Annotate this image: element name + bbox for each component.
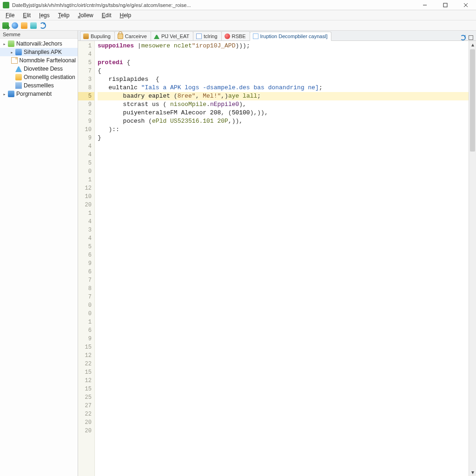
gutter-line: 8 [78, 284, 92, 293]
code-line[interactable] [98, 268, 469, 276]
tree-item-3[interactable]: Diovetitee Dess [0, 65, 78, 73]
code-line[interactable] [98, 50, 469, 59]
tree-item-2[interactable]: Nomndble Farfteloonal [0, 56, 78, 65]
code-editor[interactable]: 1457385929109445011210201434569678700169… [78, 41, 476, 476]
code-line[interactable] [98, 167, 469, 176]
code-line[interactable] [98, 385, 469, 393]
vertical-scrollbar[interactable]: ▴ ▾ [469, 41, 476, 476]
code-line[interactable] [98, 293, 469, 301]
menu-help[interactable]: Help [116, 11, 135, 20]
gutter-line: 4 [78, 151, 92, 159]
code-line[interactable] [98, 427, 469, 435]
code-line[interactable] [98, 234, 469, 243]
newdoc-button[interactable] [20, 22, 28, 29]
refresh-icon[interactable] [460, 35, 466, 40]
code-line[interactable]: risplapides { [98, 75, 469, 84]
scroll-down-icon[interactable]: ▾ [469, 469, 476, 476]
code-content[interactable]: suppoilnes |mesowere nclet"irop10J_APD))… [95, 41, 469, 476]
code-line[interactable]: ):: [98, 126, 469, 134]
code-line[interactable] [98, 259, 469, 268]
gutter-line: 20 [78, 201, 92, 209]
code-line[interactable] [98, 393, 469, 402]
menu-jollew[interactable]: Jollew [74, 11, 97, 20]
code-line[interactable] [98, 218, 469, 226]
code-line[interactable] [98, 151, 469, 159]
tree-item-0[interactable]: ▸Nattorvaili:Jechors [0, 40, 78, 48]
code-line[interactable]: protedi { [98, 59, 469, 67]
code-line[interactable] [98, 184, 469, 192]
menu-telip[interactable]: Telip [54, 11, 73, 20]
code-line[interactable]: stcrast us ( nisooMpile.nEppile0), [98, 100, 469, 109]
editor-tab-5[interactable]: Iruption Decompbiler caynasl] [250, 32, 332, 41]
code-line[interactable] [98, 276, 469, 284]
menu-elit[interactable]: Elit [19, 11, 34, 20]
code-line[interactable]: } [98, 134, 469, 142]
gutter-line: 6 [78, 268, 92, 276]
maximize-button[interactable] [435, 0, 456, 10]
code-line[interactable] [98, 351, 469, 360]
scrollbar-thumb[interactable] [470, 49, 475, 152]
code-line[interactable]: suppoilnes |mesowere nclet"irop10J_APD))… [98, 42, 469, 50]
code-line[interactable] [98, 159, 469, 167]
minimize-button[interactable] [415, 0, 435, 10]
close-button[interactable] [456, 0, 476, 10]
menu-file[interactable]: File [2, 11, 18, 20]
menu-edit[interactable]: Edit [98, 11, 115, 20]
import-button[interactable] [2, 22, 9, 29]
globe-button[interactable] [11, 22, 19, 29]
code-line[interactable]: { [98, 67, 469, 75]
menu-iegs[interactable]: Iegs [35, 11, 53, 20]
code-line[interactable] [98, 142, 469, 151]
editor-tab-1[interactable]: Carceirve [114, 31, 151, 40]
gutter-line: 9 [78, 335, 92, 343]
code-line[interactable] [98, 418, 469, 427]
project-tree[interactable]: ▸Nattorvaili:Jechors▸Sihanplles APKNomnd… [0, 39, 78, 99]
gutter-line: 20 [78, 418, 92, 427]
code-line[interactable] [98, 192, 469, 201]
tree-item-6[interactable]: ▸Porgrnamenbt [0, 90, 78, 98]
code-line[interactable] [98, 318, 469, 326]
code-line[interactable] [98, 402, 469, 410]
code-line[interactable] [98, 377, 469, 385]
code-line[interactable]: baadry eaplet (8ree", Mel!",)aye lall; [98, 92, 469, 100]
code-line[interactable]: puiyenteralseFM Alecoor 208, (50100),)), [98, 109, 469, 117]
app-icon [3, 2, 9, 8]
editor-tab-2[interactable]: PlJ Vel_EAT [151, 31, 193, 40]
tree-expander-icon[interactable]: ▸ [2, 41, 7, 46]
code-line[interactable] [98, 243, 469, 251]
code-line[interactable] [98, 176, 469, 184]
tree-item-1[interactable]: ▸Sihanplles APK [0, 48, 78, 56]
tree-item-4[interactable]: Omonelllg clestlation [0, 73, 78, 81]
gutter-line: 15 [78, 368, 92, 377]
code-line[interactable] [98, 343, 469, 351]
code-line[interactable] [98, 360, 469, 368]
open-button[interactable] [30, 22, 37, 29]
editor-tab-3[interactable]: tclring [193, 31, 221, 40]
code-line[interactable]: eultanlc "Ials a APK logs -dsampele.des … [98, 84, 469, 92]
tree-expander-icon[interactable]: ▸ [9, 50, 14, 55]
code-line[interactable] [98, 335, 469, 343]
code-line[interactable] [98, 251, 469, 259]
code-line[interactable]: pocesh (ePld US523516.101 20P,)), [98, 117, 469, 126]
tree-item-5[interactable]: Dessmellles [0, 81, 78, 90]
code-line[interactable] [98, 301, 469, 310]
code-line[interactable] [98, 201, 469, 209]
editor-tab-4[interactable]: RSBE [221, 31, 250, 40]
svg-rect-1 [443, 3, 447, 7]
code-line[interactable] [98, 368, 469, 377]
code-line[interactable] [98, 226, 469, 234]
tree-expander-icon[interactable]: ▸ [2, 92, 7, 97]
code-line[interactable] [98, 410, 469, 418]
scroll-up-icon[interactable]: ▴ [469, 41, 476, 48]
code-line[interactable] [98, 284, 469, 293]
editor-tab-0[interactable]: Bupuling [80, 31, 115, 40]
tree-item-label: Diovetitee Dess [24, 66, 63, 72]
refresh-button[interactable] [39, 22, 46, 29]
code-line[interactable] [98, 326, 469, 335]
gutter-line: 1 [78, 209, 92, 218]
code-line[interactable] [98, 310, 469, 318]
code-line[interactable] [98, 209, 469, 218]
gutter-line: 4 [78, 234, 92, 243]
maximize-editor-icon[interactable] [469, 35, 473, 40]
tab-label: tclring [204, 33, 217, 39]
